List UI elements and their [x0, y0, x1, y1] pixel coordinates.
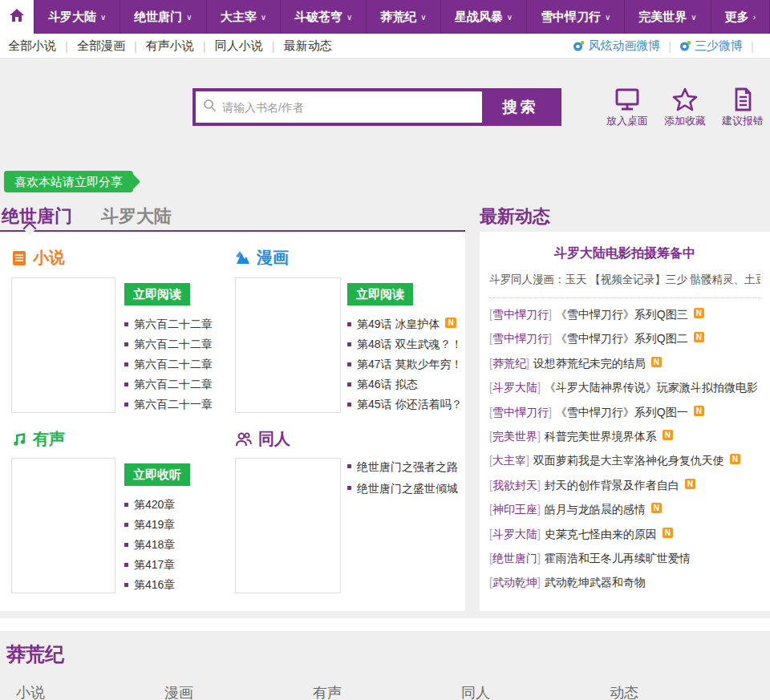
chapter-link[interactable]: 第47话 莫欺少年穷！ [347, 354, 462, 374]
divider-strip [0, 618, 770, 631]
separator: | [134, 39, 137, 53]
chapter-link[interactable]: 第六百二十二章 [124, 334, 213, 354]
fanfic-section-header: 同人 [235, 428, 290, 450]
listen-now-button[interactable]: 立即收听 [124, 463, 190, 486]
footer-tab-fanfic[interactable]: 同人 [461, 683, 490, 700]
news-item[interactable]: [莽荒纪]设想莽荒纪未完的结局N [489, 351, 760, 375]
chapter-link[interactable]: 第六百二十二章 [124, 374, 213, 395]
news-item[interactable]: [雪中悍刀行]《雪中悍刀行》系列Q图二N [489, 326, 760, 350]
sub-link-fan-novels[interactable]: 同人小说 [215, 38, 263, 54]
add-to-favorites-button[interactable]: 添加收藏 [659, 87, 711, 128]
fanfic-cover[interactable] [235, 458, 341, 593]
news-item[interactable]: [武动乾坤]武动乾坤武器和奇物 [489, 570, 760, 594]
report-error-button[interactable]: 建议报错 [716, 87, 769, 128]
search-button[interactable]: 搜索 [482, 91, 558, 123]
weibo-icon [679, 40, 691, 52]
separator: | [203, 39, 206, 53]
chevron-down-icon: ∨ [420, 13, 426, 22]
news-item[interactable]: [神印王座]皓月与龙皓晨的感情N [489, 497, 760, 521]
footer-tab-news[interactable]: 动态 [610, 683, 638, 700]
new-badge: N [685, 479, 695, 489]
chapter-link[interactable]: 第六百二十一章 [124, 395, 213, 415]
chapter-link[interactable]: 第420章 [124, 495, 175, 515]
search-input[interactable] [222, 101, 475, 114]
nav-item-doupocangqiong[interactable]: 斗破苍穹∨ [280, 0, 366, 34]
chevron-down-icon: ∨ [691, 13, 696, 22]
news-subline[interactable]: 斗罗同人漫画：玉天 【视频全记录】三少 骷髅精灵、土豆、番 [489, 273, 760, 298]
news-item[interactable]: [斗罗大陆]史莱克七怪由来的原因N [489, 522, 760, 546]
chapter-link[interactable]: 第49话 冰皇护体N [347, 314, 462, 334]
monitor-icon [614, 87, 641, 111]
footer-tab-comic[interactable]: 漫画 [164, 683, 193, 700]
news-item[interactable]: [雪中悍刀行]《雪中悍刀行》系列Q图一N [489, 400, 760, 424]
fanfic-list: 绝世唐门之强者之路 绝世唐门之盛世倾城 [347, 456, 458, 500]
read-now-button[interactable]: 立即阅读 [124, 283, 190, 305]
footer-tab-audio[interactable]: 有声 [313, 683, 342, 700]
home-button[interactable] [0, 0, 34, 34]
chevron-down-icon: ∨ [507, 13, 513, 22]
chapter-link[interactable]: 第416章 [124, 575, 175, 595]
chevron-right-icon: › [753, 13, 756, 22]
novel-section-header: 小说 [11, 247, 65, 269]
nav-item-xingzhanfengbao[interactable]: 星战风暴∨ [440, 0, 526, 34]
tab-jueshitangmen[interactable]: 绝世唐门 [2, 204, 72, 229]
fanfic-link[interactable]: 绝世唐门之盛世倾城 [347, 478, 458, 500]
chevron-down-icon: ∨ [100, 13, 106, 22]
novel-chapter-list: 第六百二十二章 第六百二十二章 第六百二十二章 第六百二十二章 第六百二十一章 [124, 314, 213, 415]
chapter-link[interactable]: 第46话 拟态 [347, 374, 462, 395]
tab-douluodalu[interactable]: 斗罗大陆 [101, 204, 172, 229]
new-badge: N [663, 430, 673, 440]
chapter-link[interactable]: 第419章 [124, 515, 175, 535]
book-content-panel: 小说 立即阅读 第六百二十二章 第六百二十二章 第六百二十二章 第六百二十二章 … [0, 232, 465, 611]
news-item[interactable]: [大主宰]双面萝莉我是大主宰洛神化身复仇天使N [489, 448, 760, 472]
footer-tab-novel[interactable]: 小说 [16, 683, 45, 700]
new-badge: N [663, 528, 673, 538]
novel-document-icon [11, 250, 27, 266]
sub-link-audio-novels[interactable]: 有声小说 [146, 38, 194, 54]
search-input-wrap [196, 91, 482, 123]
news-item[interactable]: [雪中悍刀行]《雪中悍刀行》系列Q图三N [489, 302, 760, 326]
news-item[interactable]: [我欲封天]封天的创作背景及作者自白N [489, 473, 760, 497]
separator: | [751, 39, 754, 53]
nav-item-manghuangji[interactable]: 莽荒纪∨ [366, 0, 440, 34]
chapter-link[interactable]: 第48话 双生武魂？！ [347, 334, 462, 354]
people-icon [235, 431, 253, 447]
search-bar: 搜索 [192, 88, 561, 126]
chapter-link[interactable]: 第六百二十二章 [124, 354, 213, 374]
share-ribbon[interactable]: 喜欢本站请立即分享 [4, 171, 133, 192]
chapter-link[interactable]: 第417章 [124, 555, 175, 575]
comic-cover[interactable] [235, 277, 341, 413]
news-item[interactable]: [绝世唐门]霍雨浩和王冬儿再续旷世爱情 [489, 546, 760, 570]
add-to-desktop-button[interactable]: 放入桌面 [601, 87, 654, 128]
nav-item-more[interactable]: 更多› [711, 0, 769, 34]
latest-news-panel: 斗罗大陆电影拍摄筹备中 斗罗同人漫画：玉天 【视频全记录】三少 骷髅精灵、土豆、… [480, 232, 770, 611]
chapter-link[interactable]: 第418章 [124, 535, 175, 555]
new-badge: N [694, 332, 704, 342]
read-now-button[interactable]: 立即阅读 [347, 283, 413, 305]
report-document-icon [729, 87, 756, 111]
nav-item-douluodalu[interactable]: 斗罗大陆∨ [34, 0, 120, 34]
news-section-title: 最新动态 [480, 204, 550, 229]
sub-navigation: 全部小说 | 全部漫画 | 有声小说 | 同人小说 | 最新动态 风炫动画微博 … [0, 34, 770, 59]
nav-item-wanmeishijie[interactable]: 完美世界∨ [624, 0, 710, 34]
weibo-link-fengxuan[interactable]: 风炫动画微博 [573, 38, 660, 54]
news-item[interactable]: [完美世界]科普完美世界境界体系N [489, 424, 760, 448]
nav-item-jueshitangmen[interactable]: 绝世唐门∨ [120, 0, 205, 34]
weibo-link-sanshao[interactable]: 三少微博 [679, 38, 743, 54]
fanfic-link[interactable]: 绝世唐门之强者之路 [347, 456, 458, 478]
news-headline[interactable]: 斗罗大陆电影拍摄筹备中 [489, 245, 760, 262]
novel-cover[interactable] [11, 277, 116, 413]
new-badge: N [694, 308, 704, 318]
sub-link-all-comics[interactable]: 全部漫画 [77, 38, 125, 54]
news-item[interactable]: [斗罗大陆]《斗罗大陆神界传说》玩家激斗拟拍微电影N [489, 375, 760, 399]
chapter-link[interactable]: 第45话 你还活着吗？ [347, 395, 462, 415]
chevron-down-icon: ∨ [261, 13, 266, 22]
nav-item-dazhuzai[interactable]: 大主宰∨ [206, 0, 280, 34]
star-icon [671, 87, 699, 111]
sub-link-all-novels[interactable]: 全部小说 [8, 38, 56, 54]
audio-cover[interactable] [11, 458, 116, 593]
sub-link-latest-news[interactable]: 最新动态 [284, 38, 332, 54]
chevron-down-icon: ∨ [186, 13, 192, 22]
chapter-link[interactable]: 第六百二十二章 [124, 314, 213, 334]
nav-item-xuezhonghandaoxing[interactable]: 雪中悍刀行∨ [526, 0, 624, 34]
